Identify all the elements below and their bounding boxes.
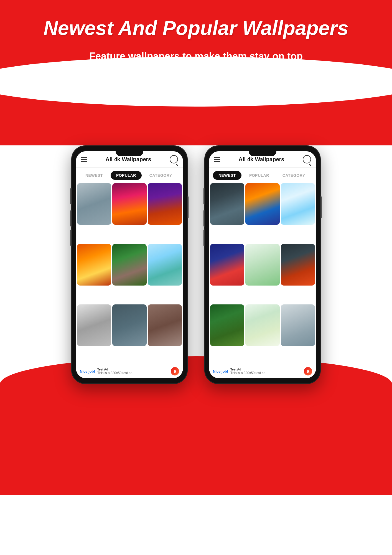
wallpaper-cell[interactable]	[112, 183, 146, 225]
tab-popular[interactable]: POPULAR	[111, 171, 142, 180]
phones-section: All 4k Wallpapers NEWEST POPULAR CATEGOR…	[0, 145, 392, 495]
ad-description: This is a 320x50 test ad.	[97, 371, 169, 375]
phone1-ad-bar: Nice job! Test Ad This is a 320x50 test …	[76, 364, 183, 378]
wallpaper-cell[interactable]	[210, 244, 244, 286]
hamburger-line3	[214, 161, 220, 162]
phone-1: All 4k Wallpapers NEWEST POPULAR CATEGOR…	[71, 145, 188, 384]
phone2-ad-bar: Nice job! Test Ad This is a 320x50 test …	[209, 364, 316, 378]
hamburger-icon-2[interactable]	[214, 157, 220, 162]
page-container: Newest And Popular Wallpapers Feature wa…	[0, 0, 392, 555]
hamburger-line2	[214, 159, 220, 160]
wallpaper-cell[interactable]	[112, 244, 146, 286]
ad-nicejob-2: Nice job!	[213, 369, 228, 374]
tab-newest[interactable]: NEWEST	[80, 171, 108, 180]
wallpaper-cell[interactable]	[245, 183, 279, 225]
search-icon[interactable]	[170, 155, 178, 163]
wallpaper-cell[interactable]	[77, 244, 111, 286]
ad-logo: a	[171, 367, 179, 375]
wallpaper-cell[interactable]	[148, 304, 182, 346]
tab-newest-2[interactable]: NEWEST	[213, 171, 241, 180]
ad-logo-2: a	[304, 367, 312, 375]
phone1-tabs-bar: NEWEST POPULAR CATEGORY	[76, 168, 183, 183]
wallpaper-cell[interactable]	[245, 244, 279, 286]
tab-category-2[interactable]: CATEGORY	[277, 171, 311, 180]
hamburger-line3	[81, 161, 87, 162]
wallpaper-cell[interactable]	[77, 183, 111, 225]
ad-nicejob: Nice job!	[80, 369, 95, 374]
tab-category[interactable]: CATEGORY	[144, 171, 178, 180]
phone1-app-header: All 4k Wallpapers	[76, 151, 183, 168]
wallpaper-cell[interactable]	[281, 304, 315, 346]
tab-popular-2[interactable]: POPULAR	[244, 171, 275, 180]
ad-content-2: Test Ad This is a 320x50 test ad.	[230, 368, 302, 375]
phone1-app-title: All 4k Wallpapers	[106, 156, 151, 163]
phone2-power-btn	[320, 196, 322, 218]
wallpaper-cell[interactable]	[77, 304, 111, 346]
phone1-power-btn	[187, 196, 189, 218]
phones-wrapper: All 4k Wallpapers NEWEST POPULAR CATEGOR…	[0, 145, 392, 384]
hamburger-line2	[81, 159, 87, 160]
phone2-app-title: All 4k Wallpapers	[239, 156, 284, 163]
phone2-screen: All 4k Wallpapers NEWEST POPULAR CATEGOR…	[209, 151, 316, 378]
wallpaper-cell[interactable]	[281, 183, 315, 225]
phone2-app-header: All 4k Wallpapers	[209, 151, 316, 168]
arch-divider	[0, 57, 392, 107]
ad-content: Test Ad This is a 320x50 test ad.	[97, 368, 169, 375]
phone1-wallpaper-grid	[76, 183, 183, 364]
phone1-screen: All 4k Wallpapers NEWEST POPULAR CATEGOR…	[76, 151, 183, 378]
phone2-tabs-bar: NEWEST POPULAR CATEGORY	[209, 168, 316, 183]
hamburger-line1	[81, 157, 87, 158]
ad-title-2: Test Ad	[230, 368, 302, 371]
search-icon-2[interactable]	[303, 155, 311, 163]
phone2-wallpaper-grid	[209, 183, 316, 364]
main-title: Newest And Popular Wallpapers	[6, 17, 386, 39]
wallpaper-cell[interactable]	[148, 244, 182, 286]
header-section: Newest And Popular Wallpapers Feature wa…	[0, 0, 392, 140]
ad-description-2: This is a 320x50 test ad.	[230, 371, 302, 375]
wallpaper-cell[interactable]	[148, 183, 182, 225]
wallpaper-cell[interactable]	[210, 304, 244, 346]
ad-title: Test Ad	[97, 368, 169, 371]
wallpaper-cell[interactable]	[245, 304, 279, 346]
phone-2: All 4k Wallpapers NEWEST POPULAR CATEGOR…	[204, 145, 321, 384]
hamburger-line1	[214, 157, 220, 158]
hamburger-icon[interactable]	[81, 157, 87, 162]
wallpaper-cell[interactable]	[281, 244, 315, 286]
wallpaper-cell[interactable]	[210, 183, 244, 225]
wallpaper-cell[interactable]	[112, 304, 146, 346]
red-bottom	[0, 384, 392, 495]
